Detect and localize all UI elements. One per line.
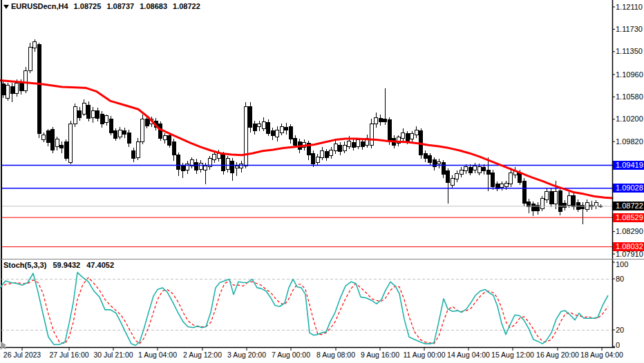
candle-bull	[567, 196, 571, 206]
candle-bull	[6, 85, 10, 98]
indicator-name: Stoch(5,3,3)	[3, 261, 46, 269]
candle-bull	[410, 133, 414, 139]
symbol-dropdown-icon[interactable]	[3, 5, 9, 9]
quote-bar: EURUSDecn,H4 1.08725 1.08737 1.08683 1.0…	[11, 2, 204, 10]
candle-bull	[24, 71, 28, 91]
candle-bear	[433, 160, 436, 167]
candle-bear	[442, 163, 445, 174]
candle-bear	[132, 150, 135, 159]
candle-bull	[33, 41, 37, 48]
candle-bull	[235, 166, 238, 168]
stoch-axis-label: 100	[616, 261, 636, 268]
candle-bull	[244, 107, 247, 166]
candle-bull	[69, 124, 73, 162]
price-axis-label: 1.08290	[616, 228, 644, 235]
candle-bull	[451, 178, 454, 185]
candle-bear	[294, 138, 297, 145]
price-badge-1.08722: 1.08722	[613, 202, 644, 210]
candle-bull	[217, 153, 220, 159]
candle-bear	[388, 120, 391, 142]
candle-bull	[280, 127, 283, 133]
price-axis-label: 1.07910	[616, 251, 644, 258]
candle-bull	[545, 192, 549, 200]
time-axis-label: 26 Jul 2023	[3, 351, 41, 359]
trading-chart-window: EURUSDecn,H4 1.08725 1.08737 1.08683 1.0…	[0, 0, 644, 363]
candle-bear	[177, 155, 180, 170]
candle-bull	[415, 130, 418, 135]
indicator-k-value: 59.9432	[53, 261, 80, 269]
candle-bear	[253, 124, 256, 131]
time-axis-label: 16 Aug 20:00	[536, 351, 579, 359]
time-axis-label: 14 Aug 04:00	[447, 351, 490, 359]
candle-bear	[383, 119, 387, 121]
candle-bull	[73, 107, 77, 124]
candle-bear	[491, 173, 495, 186]
candle-bull	[226, 159, 229, 169]
chart-canvas[interactable]	[0, 0, 644, 363]
quote-close: 1.08722	[173, 2, 200, 10]
candle-bull	[594, 203, 598, 206]
indicator-d-value: 47.4052	[86, 261, 114, 269]
candle-bull	[500, 184, 504, 188]
candle-bull	[585, 202, 589, 209]
candle-bear	[114, 131, 117, 138]
candle-bull	[473, 166, 477, 170]
stoch-axis-label: 20	[616, 326, 636, 334]
price-badge-1.09419: 1.09419	[613, 161, 644, 170]
candle-bull	[401, 133, 405, 138]
candle-bull	[504, 184, 508, 187]
candle-bull	[105, 116, 108, 123]
candle-bear	[549, 192, 553, 204]
candle-bull	[258, 124, 261, 127]
candle-bull	[213, 155, 216, 160]
candle-bear	[10, 86, 14, 93]
candle-bull	[334, 144, 337, 151]
candle-bull	[316, 157, 319, 162]
price-axis-label: 1.12110	[616, 3, 644, 11]
candle-bull	[240, 164, 243, 168]
stoch-axis-label: 80	[616, 275, 636, 283]
candle-bull	[540, 199, 544, 209]
quote-low: 1.08683	[140, 2, 167, 10]
candle-bull	[141, 119, 144, 141]
price-axis-label: 1.11350	[616, 48, 644, 55]
candles-group	[1, 39, 603, 225]
candle-bull	[330, 150, 333, 156]
candle-bear	[285, 128, 288, 130]
candle-bear	[87, 105, 91, 119]
candle-bear	[531, 204, 535, 211]
candle-bull	[321, 151, 324, 157]
price-axis-label: 1.10200	[616, 115, 644, 123]
candle-bull	[199, 164, 202, 170]
price-axis-label: 1.11730	[616, 26, 644, 33]
time-axis-label: 1 Aug 04:00	[138, 351, 177, 359]
candle-bull	[343, 145, 346, 150]
candle-bull	[464, 167, 468, 171]
candle-bear	[518, 173, 522, 182]
candle-bull	[55, 139, 59, 147]
candle-bear	[127, 133, 131, 143]
candle-bull	[477, 167, 481, 173]
candle-bear	[267, 123, 270, 133]
candle-bear	[486, 170, 490, 175]
price-badge-1.08032: 1.08032	[613, 242, 644, 251]
candle-bear	[96, 110, 100, 119]
candle-bear	[339, 145, 342, 151]
candle-bear	[581, 205, 585, 208]
mouse-cursor	[1, 342, 6, 350]
candle-bear	[231, 161, 234, 173]
time-axis-label: 2 Aug 12:00	[183, 351, 222, 359]
candle-bear	[325, 152, 328, 158]
candle-bear	[558, 191, 562, 212]
time-axis-label: 9 Aug 16:00	[361, 351, 399, 359]
candle-bear	[379, 118, 382, 121]
candle-bear	[100, 114, 104, 124]
quote-open: 1.08725	[74, 2, 102, 10]
time-axis-label: 30 Jul 21:00	[93, 351, 133, 359]
time-axis-label: 11 Aug 00:00	[403, 351, 445, 359]
symbol-period-label: EURUSDecn,H4	[11, 2, 68, 10]
candle-bear	[168, 136, 171, 146]
candle-bear	[64, 141, 68, 159]
candle-bear	[51, 129, 55, 150]
candle-bull	[554, 192, 558, 204]
